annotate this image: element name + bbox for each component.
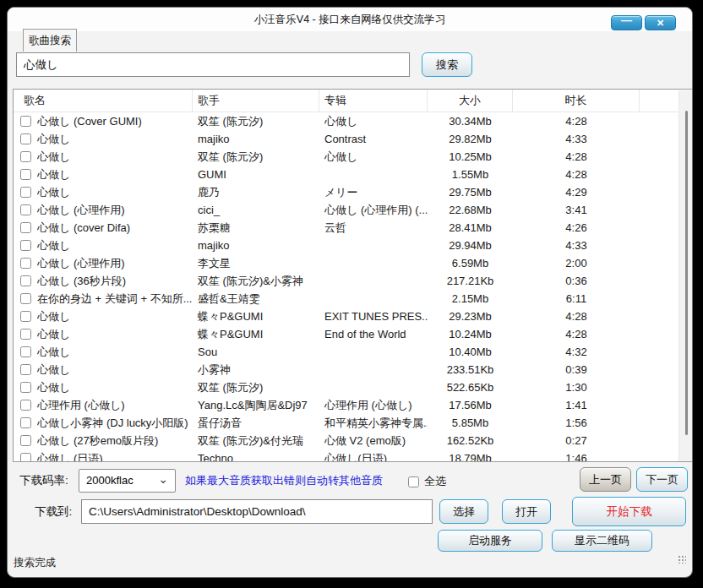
row-checkbox[interactable] <box>20 258 31 269</box>
prev-page-button[interactable]: 上一页 <box>580 467 631 492</box>
row-checkbox[interactable] <box>20 417 31 428</box>
row-checkbox[interactable] <box>20 453 31 462</box>
song-size: 1.55Mb <box>428 168 513 181</box>
table-row[interactable]: 心做し小雾神 (DJ lucky小阳版) 蛋仔汤音 和平精英小雾神专属... 5… <box>14 414 680 432</box>
vertical-scrollbar[interactable] <box>678 90 692 462</box>
row-checkbox[interactable] <box>20 346 31 357</box>
table-row[interactable]: 心做し (Cover GUMI) 双笙 (陈元汐) 心做し 30.34Mb 4:… <box>14 112 680 130</box>
row-checkbox[interactable] <box>20 187 31 198</box>
minimize-button[interactable]: — <box>611 15 642 30</box>
song-artist: 盛哲&王靖雯 <box>193 291 319 307</box>
scrollbar-thumb[interactable] <box>685 111 688 435</box>
row-checkbox[interactable] <box>20 400 31 411</box>
start-service-button[interactable]: 启动服务 <box>438 530 542 552</box>
song-artist: Sou <box>193 346 319 358</box>
table-row[interactable]: 心做し (心理作用) cici_ 心做し (心理作用) (... 22.68Mb… <box>14 201 680 219</box>
tab-song-search[interactable]: 歌曲搜索 <box>23 29 77 52</box>
search-button[interactable]: 搜索 <box>422 52 472 77</box>
start-download-button[interactable]: 开始下载 <box>572 497 686 526</box>
bitrate-dropdown[interactable]: 2000kflac ⌄ <box>79 469 176 493</box>
row-checkbox[interactable] <box>20 311 31 322</box>
song-size: 29.75Mb <box>428 186 513 199</box>
song-size: 10.24Mb <box>428 328 513 340</box>
song-size: 17.56Mb <box>428 399 513 411</box>
song-artist: majiko <box>193 239 319 252</box>
row-checkbox[interactable] <box>20 169 31 180</box>
song-name: 心做し (心理作用) <box>37 203 125 218</box>
table-row[interactable]: 心做し 蝶々P&GUMI End of the World 10.24Mb 4:… <box>14 325 680 343</box>
song-duration: 4:28 <box>513 168 640 181</box>
table-row[interactable]: 心做し 鹿乃 メリー 29.75Mb 4:29 <box>14 183 680 201</box>
choose-folder-button[interactable]: 选择 <box>439 499 488 524</box>
table-row[interactable]: 心做し GUMI 1.55Mb 4:28 <box>14 166 680 183</box>
table-row[interactable]: 心做し (36秒片段) 双笙 (陈元汐)&小雾神 217.21Kb 0:36 <box>14 272 680 290</box>
column-header-name[interactable]: 歌名 <box>14 90 193 112</box>
song-name: 心做し <box>37 380 70 395</box>
song-name: 心做し <box>37 150 70 165</box>
table-row[interactable]: 心做し (cover Difa) 苏栗糖 云哲 28.41Mb 4:26 <box>14 219 680 237</box>
row-checkbox[interactable] <box>20 329 31 340</box>
song-artist: 双笙 (陈元汐) <box>193 150 319 165</box>
table-row[interactable]: 心做し (日语) Techno 心做し(日语) 18.79Mb 1:46 <box>14 449 680 462</box>
next-page-button[interactable]: 下一页 <box>636 467 688 492</box>
window-title: 小汪音乐V4 - 接口来自网络仅供交流学习 <box>8 8 692 31</box>
column-header-duration[interactable]: 时长 <box>513 90 640 112</box>
song-size: 22.68Mb <box>428 204 513 216</box>
table-row[interactable]: 心做し majiko Contrast 29.82Mb 4:33 <box>14 130 680 148</box>
table-row[interactable]: 在你的身边 + 关键词 + 不知所... 盛哲&王靖雯 2.15Mb 6:11 <box>14 290 680 308</box>
table-row[interactable]: 心做し 小雾神 233.51Kb 0:39 <box>14 361 680 378</box>
column-header-size[interactable]: 大小 <box>428 90 513 112</box>
row-checkbox[interactable] <box>20 204 31 215</box>
song-name: 心做し小雾神 (DJ lucky小阳版) <box>37 416 188 431</box>
table-row[interactable]: 心做し 蝶々P&GUMI EXIT TUNES PRES... 29.23Mb … <box>14 308 680 325</box>
column-header-artist[interactable]: 歌手 <box>193 90 319 112</box>
song-name: 心做し <box>37 327 70 342</box>
table-row[interactable]: 心做し majiko 29.94Mb 4:33 <box>14 237 680 254</box>
row-checkbox[interactable] <box>20 116 31 127</box>
table-row[interactable]: 心理作用 (心做し) Yang.Lc&陶陶居&Dj97 心理作用 (心做し) 1… <box>14 396 680 414</box>
song-artist: 李文星 <box>193 256 319 271</box>
song-duration: 3:41 <box>513 204 640 216</box>
row-checkbox[interactable] <box>20 151 31 162</box>
minimize-icon: — <box>612 16 641 24</box>
row-checkbox[interactable] <box>20 293 31 304</box>
table-row[interactable]: 心做し 双笙 (陈元汐) 522.65Kb 1:30 <box>14 378 680 396</box>
row-checkbox[interactable] <box>20 275 31 286</box>
row-checkbox[interactable] <box>20 133 31 144</box>
row-checkbox[interactable] <box>20 222 31 233</box>
close-button[interactable]: ✕ <box>645 15 676 30</box>
song-size: 29.82Mb <box>428 133 513 145</box>
show-qr-button[interactable]: 显示二维码 <box>552 530 652 552</box>
song-artist: 苏栗糖 <box>193 220 319 236</box>
search-input[interactable] <box>16 52 410 77</box>
row-checkbox[interactable] <box>20 435 31 446</box>
table-row[interactable]: 心做し Sou 10.40Mb 4:32 <box>14 343 680 361</box>
song-artist: 蝶々P&GUMI <box>193 327 319 342</box>
table-row[interactable]: 心做し 双笙 (陈元汐) 心做し 10.25Mb 4:28 <box>14 148 680 166</box>
song-name: 心做し <box>37 185 70 200</box>
song-size: 18.79Mb <box>428 452 513 462</box>
song-artist: 蝶々P&GUMI <box>193 309 319 324</box>
song-album: End of the World <box>319 328 428 340</box>
song-artist: majiko <box>193 133 319 145</box>
row-checkbox[interactable] <box>20 382 31 393</box>
song-name: 心做し (36秒片段) <box>37 274 126 289</box>
song-name: 在你的身边 + 关键词 + 不知所... <box>37 291 192 307</box>
song-album: メリー <box>319 185 428 200</box>
open-folder-button[interactable]: 打开 <box>502 499 551 524</box>
song-name: 心做し <box>37 132 70 147</box>
song-name: 心做し (cover Difa) <box>37 220 130 236</box>
column-header-album[interactable]: 专辑 <box>319 90 428 112</box>
row-checkbox[interactable] <box>20 240 31 251</box>
select-all-checkbox[interactable] <box>408 476 419 487</box>
download-path-input[interactable] <box>81 499 433 524</box>
song-duration: 2:00 <box>513 257 640 270</box>
table-row[interactable]: 心做し (27秒emo版片段) 双笙 (陈元汐)&付光瑞 心做 V2 (emo版… <box>14 432 680 449</box>
song-name: 心理作用 (心做し) <box>37 398 125 413</box>
row-checkbox[interactable] <box>20 364 31 375</box>
song-album: 心做し (心理作用) (... <box>319 203 428 218</box>
table-row[interactable]: 心做し (心理作用) 李文星 6.59Mb 2:00 <box>14 254 680 272</box>
song-table-body: 心做し (Cover GUMI) 双笙 (陈元汐) 心做し 30.34Mb 4:… <box>14 112 680 462</box>
song-table: 歌名 歌手 专辑 大小 时长 心做し (Cover GUMI) 双笙 (陈元汐)… <box>13 89 693 462</box>
resize-grip-icon[interactable] <box>677 554 686 564</box>
